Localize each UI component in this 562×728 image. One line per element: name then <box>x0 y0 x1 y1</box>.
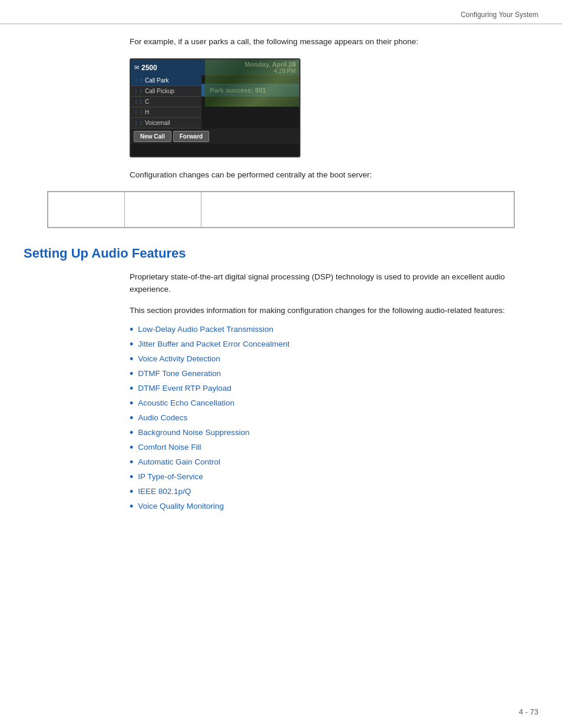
bullet-icon: • <box>130 427 133 438</box>
menu-icon: ⋮⋮ <box>134 78 143 83</box>
feature-link-6[interactable]: Acoustic Echo Cancellation <box>138 398 234 407</box>
intro-paragraph: For example, if a user parks a call, the… <box>130 36 538 48</box>
menu-item-callpark: ⋮⋮ Call Park <box>131 75 201 86</box>
list-item: • DTMF Tone Generation <box>130 369 538 379</box>
phone-bottom-buttons: New Call Forward <box>131 129 299 144</box>
feature-link-4[interactable]: DTMF Tone Generation <box>138 369 221 378</box>
bullet-icon: • <box>130 501 133 512</box>
phone-left-menu: ⋮⋮ Call Park ⋮⋮ Call Pickup ⋮⋮ C <box>131 75 201 129</box>
menu-icon-4: ⋮⋮ <box>134 110 143 115</box>
feature-link-1[interactable]: Low-Delay Audio Packet Transmission <box>138 325 273 334</box>
phone-number: 2500 <box>141 64 157 72</box>
bullet-icon: • <box>130 486 133 497</box>
list-item: • Voice Quality Monitoring <box>130 502 538 512</box>
page-header: Configuring Your System <box>0 0 562 24</box>
config-paragraph: Configuration changes can be performed c… <box>130 169 538 181</box>
menu-icon-2: ⋮⋮ <box>134 88 143 94</box>
feature-link-9[interactable]: Comfort Noise Fill <box>138 443 201 452</box>
menu-item-c: ⋮⋮ C <box>131 97 201 107</box>
bullet-icon: • <box>130 442 133 453</box>
feature-link-3[interactable]: Voice Activity Detection <box>138 354 220 363</box>
feature-link-8[interactable]: Background Noise Suppression <box>138 428 249 437</box>
table-cell-2 <box>125 192 201 227</box>
table-cell-3 <box>201 192 514 227</box>
feature-link-12[interactable]: IEEE 802.1p/Q <box>138 487 191 496</box>
menu-item-label-3: C <box>145 98 149 105</box>
list-item: • Background Noise Suppression <box>130 428 538 438</box>
bullet-icon: • <box>130 383 133 394</box>
feature-link-11[interactable]: IP Type-of-Service <box>138 472 203 481</box>
table-cell-1 <box>48 192 125 227</box>
table-row <box>48 192 514 227</box>
feature-list: • Low-Delay Audio Packet Transmission • … <box>130 325 538 512</box>
forward-button[interactable]: Forward <box>173 131 209 142</box>
feature-link-10[interactable]: Automatic Gain Control <box>138 457 220 466</box>
list-item: • Voice Activity Detection <box>130 354 538 364</box>
bullet-icon: • <box>130 472 133 482</box>
section-paragraph-1: Proprietary state-of-the-art digital sig… <box>130 271 538 296</box>
menu-icon-3: ⋮⋮ <box>134 99 143 104</box>
section-content: Proprietary state-of-the-art digital sig… <box>130 271 538 512</box>
bullet-icon: • <box>130 324 133 335</box>
feature-link-5[interactable]: DTMF Event RTP Payload <box>138 384 232 393</box>
header-title: Configuring Your System <box>461 11 538 19</box>
bullet-icon: • <box>130 457 133 467</box>
page-footer: 4 - 73 <box>519 707 538 716</box>
feature-link-13[interactable]: Voice Quality Monitoring <box>138 502 224 510</box>
list-item: • Acoustic Echo Cancellation <box>130 398 538 409</box>
section-paragraph-2: This section provides information for ma… <box>130 304 538 317</box>
phone-bg-pattern <box>205 60 299 107</box>
menu-item-label-5: Voicemail <box>145 120 170 126</box>
list-item: • Low-Delay Audio Packet Transmission <box>130 325 538 335</box>
menu-item-label-2: Call Pickup <box>145 88 174 94</box>
menu-item-callpickup: ⋮⋮ Call Pickup <box>131 86 201 97</box>
main-content: For example, if a user parks a call, the… <box>0 24 562 540</box>
config-table-inner <box>48 192 514 228</box>
feature-link-2[interactable]: Jitter Buffer and Packet Error Concealme… <box>138 340 289 348</box>
list-item: • DTMF Event RTP Payload <box>130 384 538 394</box>
list-item: • IP Type-of-Service <box>130 472 538 482</box>
menu-item-label-4: H <box>145 109 149 116</box>
mail-icon: ✉ <box>134 64 139 71</box>
menu-item-voicemail: ⋮⋮ Voicemail <box>131 118 201 129</box>
phone-image: ✉ 2500 Monday, April 28 4:28 PM ⋮⋮ <box>130 58 300 157</box>
menu-item-h: ⋮⋮ H <box>131 107 201 118</box>
page-container: Configuring Your System For example, if … <box>0 0 562 728</box>
bullet-icon: • <box>130 368 133 379</box>
list-item: • IEEE 802.1p/Q <box>130 487 538 497</box>
list-item: • Audio Codecs <box>130 413 538 423</box>
new-call-button[interactable]: New Call <box>134 131 171 142</box>
page-number: 4 - 73 <box>519 707 538 716</box>
menu-item-label: Call Park <box>145 77 169 84</box>
config-table <box>47 191 515 228</box>
bullet-icon: • <box>130 398 133 409</box>
bullet-icon: • <box>130 413 133 423</box>
phone-screenshot: ✉ 2500 Monday, April 28 4:28 PM ⋮⋮ <box>130 58 300 157</box>
bullet-icon: • <box>130 339 133 350</box>
section-heading: Setting Up Audio Features <box>24 246 538 261</box>
list-item: • Comfort Noise Fill <box>130 443 538 453</box>
bullet-icon: • <box>130 354 133 364</box>
feature-link-7[interactable]: Audio Codecs <box>138 413 187 422</box>
list-item: • Automatic Gain Control <box>130 457 538 467</box>
list-item: • Jitter Buffer and Packet Error Conceal… <box>130 340 538 350</box>
menu-icon-5: ⋮⋮ <box>134 120 143 126</box>
